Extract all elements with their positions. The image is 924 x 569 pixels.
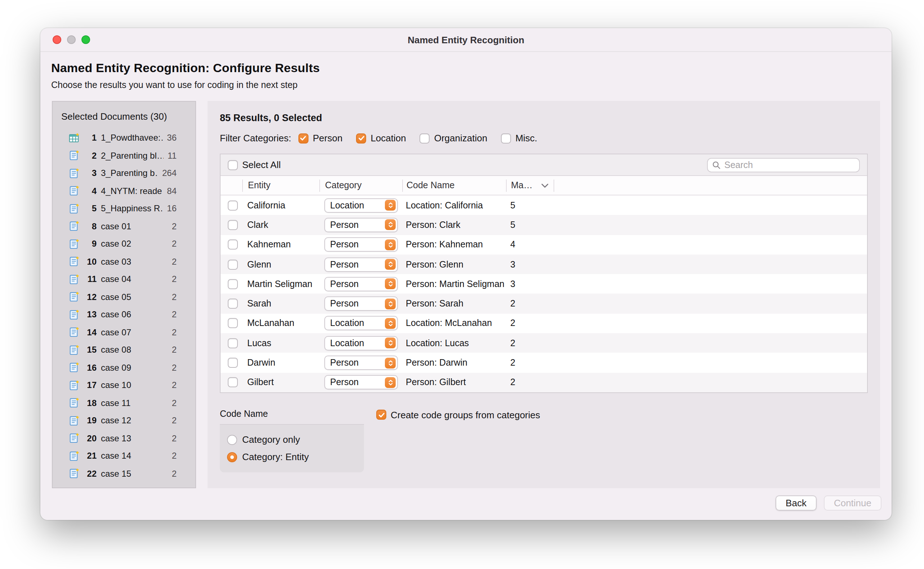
row-checkbox[interactable]	[228, 200, 238, 210]
document-list-item[interactable]: 5 5_Happiness R… 16	[53, 200, 195, 218]
stepper-icon[interactable]	[385, 239, 396, 250]
document-list-item[interactable]: 20 case 13 2	[53, 429, 195, 447]
filter-checkbox-group[interactable]: Person	[298, 133, 342, 143]
document-list-item[interactable]: 2 2_Parenting bl… 11	[53, 147, 195, 164]
window-title: Named Entity Recognition	[408, 34, 524, 45]
search-input[interactable]	[724, 160, 855, 170]
category-select[interactable]: Location	[324, 336, 398, 350]
matches-cell: 2	[506, 358, 554, 368]
document-icon	[68, 469, 79, 479]
category-select[interactable]: Person	[324, 257, 398, 272]
filter-checkbox-list: Person Location	[298, 133, 537, 143]
titlebar: Named Entity Recognition	[40, 28, 892, 52]
stepper-icon[interactable]	[385, 318, 396, 329]
filter-checkbox-group[interactable]: Location	[356, 133, 406, 143]
document-icon	[68, 309, 79, 320]
code-name-cell: Person: Gilbert	[402, 377, 506, 388]
filter-checkbox[interactable]	[420, 133, 430, 143]
code-name-options: Category only Category: Entity	[220, 425, 364, 472]
document-list-item[interactable]: 3 3_Parenting b… 264	[53, 164, 195, 182]
filter-checkbox[interactable]	[298, 133, 308, 143]
document-list-item[interactable]: 22 case 15 2	[53, 465, 195, 482]
radio-button[interactable]	[227, 452, 237, 462]
document-count: 2	[172, 380, 177, 391]
stepper-icon[interactable]	[385, 358, 396, 368]
row-checkbox[interactable]	[228, 259, 238, 269]
document-list-item[interactable]: 14 case 07 2	[53, 323, 195, 341]
category-select[interactable]: Location	[324, 198, 398, 212]
row-checkbox[interactable]	[228, 358, 238, 368]
radio-button[interactable]	[227, 435, 237, 445]
filter-checkbox-group[interactable]: Organization	[420, 133, 487, 143]
category-select[interactable]: Person	[324, 218, 398, 232]
search-field[interactable]	[707, 158, 860, 172]
category-select[interactable]: Person	[324, 356, 398, 370]
document-list-item[interactable]: 21 case 14 2	[53, 447, 195, 465]
document-list-item[interactable]: 19 case 12 2	[53, 412, 195, 429]
minimize-button[interactable]	[67, 35, 76, 44]
column-header-matches[interactable]: Ma…	[506, 179, 554, 192]
row-checkbox[interactable]	[228, 239, 238, 250]
row-checkbox[interactable]	[228, 298, 238, 309]
document-list-item[interactable]: 12 case 05 2	[53, 288, 195, 306]
stepper-icon[interactable]	[385, 377, 396, 388]
filter-categories-row: Filter Categories: Person	[220, 133, 868, 143]
table-row: Kahneman Person	[220, 235, 867, 254]
stepper-icon[interactable]	[385, 338, 396, 348]
close-button[interactable]	[53, 35, 61, 44]
zoom-button[interactable]	[82, 35, 90, 44]
document-list-item[interactable]: 15 case 08 2	[53, 341, 195, 359]
select-all-group[interactable]: Select All	[228, 160, 281, 170]
stepper-icon[interactable]	[385, 259, 396, 270]
create-code-groups-checkbox[interactable]	[376, 410, 386, 420]
entity-cell: Clark	[242, 220, 319, 230]
column-header-code-name[interactable]: Code Name	[402, 179, 506, 192]
code-name-option[interactable]: Category only	[227, 431, 357, 449]
document-list-item[interactable]: 9 case 02 2	[53, 235, 195, 253]
code-name-option[interactable]: Category: Entity	[227, 449, 357, 466]
row-checkbox[interactable]	[228, 338, 238, 348]
document-number: 12	[82, 292, 97, 302]
document-list-item[interactable]: 1 1_Powdthavee:… 36	[53, 129, 195, 147]
row-checkbox[interactable]	[228, 220, 238, 230]
document-list-item[interactable]: 11 case 04 2	[53, 271, 195, 288]
table-row: Sarah Person	[220, 294, 867, 314]
stepper-icon[interactable]	[385, 298, 396, 309]
page-title: Named Entity Recognition: Configure Resu…	[51, 61, 881, 76]
row-checkbox[interactable]	[228, 318, 238, 329]
category-select[interactable]: Person	[324, 297, 398, 311]
row-checkbox[interactable]	[228, 279, 238, 289]
document-list-item[interactable]: 18 case 11 2	[53, 394, 195, 412]
document-list-item[interactable]: 4 4_NYTM: reade… 84	[53, 182, 195, 200]
document-icon	[68, 151, 79, 161]
document-list-item[interactable]: 10 case 03 2	[53, 253, 195, 271]
category-select[interactable]: Person	[324, 375, 398, 390]
continue-button[interactable]: Continue	[824, 496, 882, 511]
filter-checkbox[interactable]	[501, 133, 511, 143]
entity-cell: Lucas	[242, 338, 319, 348]
document-list-item[interactable]: 8 case 01 2	[53, 218, 195, 235]
document-icon	[68, 327, 79, 338]
category-select[interactable]: Location	[324, 316, 398, 331]
document-list-item[interactable]: 17 case 10 2	[53, 376, 195, 394]
column-header-category[interactable]: Category	[319, 179, 402, 192]
document-list-item[interactable]: 13 case 06 2	[53, 306, 195, 323]
selected-documents-panel: Selected Documents (30)	[52, 101, 196, 488]
document-list-item[interactable]: 16 case 09 2	[53, 359, 195, 376]
filter-checkbox-group[interactable]: Misc.	[501, 133, 537, 143]
row-checkbox[interactable]	[228, 377, 238, 388]
stepper-icon[interactable]	[385, 200, 396, 211]
select-all-checkbox[interactable]	[228, 160, 238, 170]
table-row: Darwin Person	[220, 353, 867, 373]
back-button[interactable]: Back	[775, 496, 816, 511]
code-name-cell: Location: California	[402, 200, 506, 210]
document-icon	[68, 239, 79, 250]
stepper-icon[interactable]	[385, 220, 396, 230]
create-code-groups-group[interactable]: Create code groups from categories	[376, 409, 540, 421]
document-number: 20	[82, 434, 97, 444]
filter-checkbox[interactable]	[356, 133, 366, 143]
stepper-icon[interactable]	[385, 279, 396, 289]
category-select[interactable]: Person	[324, 277, 398, 291]
column-header-entity[interactable]: Entity	[242, 179, 319, 192]
category-select[interactable]: Person	[324, 237, 398, 252]
